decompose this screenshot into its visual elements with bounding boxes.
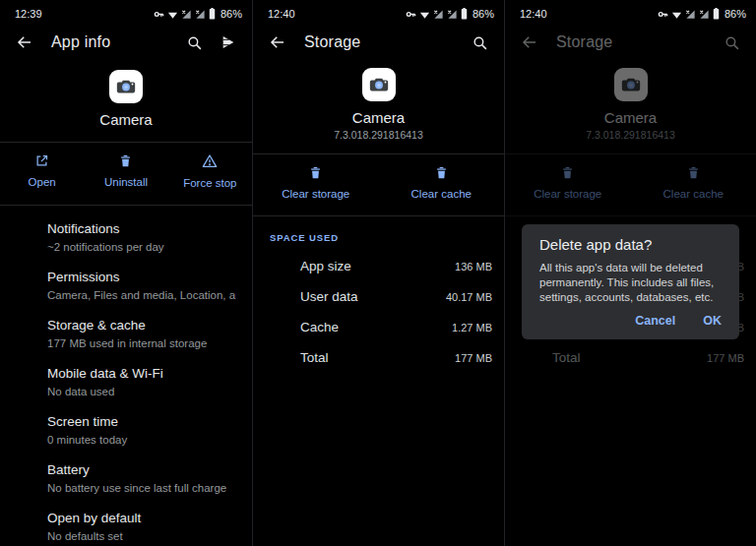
page-title: Storage xyxy=(304,33,472,51)
status-icons: 86% xyxy=(658,8,746,20)
battery-icon xyxy=(461,8,468,20)
uninstall-button[interactable]: Uninstall xyxy=(84,153,167,189)
vpn-key-icon xyxy=(154,9,164,20)
clear-storage-button: Clear storage xyxy=(505,165,631,200)
list-item-mobile-data[interactable]: Mobile data & Wi-Fi No data used xyxy=(0,366,252,398)
app-bar: App info xyxy=(0,25,252,60)
battery-percent: 86% xyxy=(472,8,494,20)
action-label: Clear cache xyxy=(379,188,505,200)
open-button[interactable]: Open xyxy=(0,153,84,189)
wifi-icon xyxy=(671,9,682,20)
camera-app-icon xyxy=(109,70,143,103)
dialog-buttons: Cancel OK xyxy=(539,314,722,330)
back-icon[interactable] xyxy=(269,32,288,52)
trash-icon xyxy=(560,166,575,183)
ok-button[interactable]: OK xyxy=(703,314,722,328)
screen-app-info: 12:39 86% App info Camera xyxy=(0,0,252,546)
vpn-key-icon xyxy=(658,9,668,20)
battery-icon xyxy=(209,8,216,20)
status-icons: 86% xyxy=(406,8,494,20)
three-screen-montage: 12:39 86% App info Camera xyxy=(0,0,756,546)
cell-signal-x-icon xyxy=(433,9,444,20)
app-name: Camera xyxy=(0,111,252,128)
app-bar: Storage xyxy=(253,25,504,60)
delete-app-data-dialog: Delete app data? All this app's data wil… xyxy=(522,224,739,339)
cancel-button[interactable]: Cancel xyxy=(635,314,675,328)
vpn-key-icon xyxy=(406,9,416,20)
search-icon[interactable] xyxy=(186,34,203,51)
list-item-storage-cache[interactable]: Storage & cache 177 MB used in internal … xyxy=(0,318,252,350)
camera-app-icon xyxy=(614,68,648,101)
list-item-battery[interactable]: Battery No battery use since last full c… xyxy=(0,462,252,495)
page-title: App info xyxy=(51,33,186,51)
search-icon[interactable] xyxy=(472,34,488,51)
list-item-screen-time[interactable]: Screen time 0 minutes today xyxy=(0,414,252,447)
app-version: 7.3.018.291816413 xyxy=(505,129,756,141)
app-hero: Camera 7.3.018.291816413 xyxy=(505,68,756,153)
app-name: Camera xyxy=(253,109,504,126)
table-row-user-data: User data 40.17 MB xyxy=(253,281,504,312)
screen-storage: 12:40 86% Storage Camera 7.3.018.2918164 xyxy=(252,0,504,546)
app-version: 7.3.018.291816413 xyxy=(253,129,504,141)
page-title: Storage xyxy=(556,33,724,51)
app-hero: Camera xyxy=(0,70,252,142)
app-name: Camera xyxy=(505,109,756,126)
clear-cache-button: Clear cache xyxy=(631,165,756,200)
battery-icon xyxy=(713,8,720,20)
status-icons: 86% xyxy=(154,8,242,20)
space-used-table: App size 136 MB User data 40.17 MB Cache… xyxy=(253,251,504,373)
cell-signal-x-icon xyxy=(195,9,206,20)
action-label: Clear storage xyxy=(253,188,379,200)
list-item-notifications[interactable]: Notifications ~2 notifications per day xyxy=(0,221,252,254)
status-bar: 12:40 86% xyxy=(505,0,756,25)
status-time: 12:39 xyxy=(15,8,42,20)
play-store-icon[interactable] xyxy=(220,34,236,50)
clear-storage-button[interactable]: Clear storage xyxy=(253,165,379,200)
action-label: Force stop xyxy=(168,177,252,189)
cell-signal-x-icon xyxy=(181,9,192,20)
app-bar: Storage xyxy=(505,25,756,60)
cell-signal-x-icon xyxy=(699,9,710,20)
list-item-permissions[interactable]: Permissions Camera, Files and media, Loc… xyxy=(0,270,252,302)
storage-action-row: Clear storage Clear cache xyxy=(505,154,756,215)
list-item-open-by-default[interactable]: Open by default No defaults set xyxy=(0,511,252,543)
app-info-list: Notifications ~2 notifications per day P… xyxy=(0,206,252,543)
table-row-total: Total 177 MB xyxy=(505,342,756,373)
battery-percent: 86% xyxy=(724,8,746,20)
status-bar: 12:40 86% xyxy=(253,0,504,25)
trash-icon xyxy=(118,154,133,171)
warning-triangle-icon xyxy=(202,155,218,172)
wifi-icon xyxy=(419,9,430,20)
dialog-title: Delete app data? xyxy=(539,236,722,254)
table-row-cache: Cache 1.27 MB xyxy=(253,312,504,342)
action-label: Clear storage xyxy=(505,188,631,200)
action-label: Open xyxy=(0,176,84,188)
storage-action-row: Clear storage Clear cache xyxy=(253,154,504,215)
cell-signal-x-icon xyxy=(447,9,458,20)
action-label: Clear cache xyxy=(631,188,756,200)
action-label: Uninstall xyxy=(84,176,167,188)
status-time: 12:40 xyxy=(268,8,295,20)
trash-icon xyxy=(308,166,323,183)
camera-app-icon xyxy=(362,68,396,101)
clear-cache-button[interactable]: Clear cache xyxy=(379,165,505,200)
dialog-body: All this app's data will be deleted perm… xyxy=(539,261,722,305)
back-icon xyxy=(521,32,540,52)
status-bar: 12:39 86% xyxy=(0,0,252,25)
table-row-total: Total 177 MB xyxy=(253,342,504,373)
wifi-icon xyxy=(167,9,178,20)
battery-percent: 86% xyxy=(220,8,242,20)
search-icon xyxy=(724,34,740,51)
force-stop-button[interactable]: Force stop xyxy=(168,153,252,189)
cell-signal-x-icon xyxy=(685,9,696,20)
trash-icon xyxy=(434,166,449,183)
open-in-new-icon xyxy=(34,154,49,171)
trash-icon xyxy=(686,166,701,183)
app-action-row: Open Uninstall Force stop xyxy=(0,143,252,205)
section-header-space-used: SPACE USED xyxy=(253,216,504,251)
status-time: 12:40 xyxy=(520,8,547,20)
table-row-app-size: App size 136 MB xyxy=(253,251,504,281)
app-hero: Camera 7.3.018.291816413 xyxy=(253,68,504,153)
screen-storage-dialog: 12:40 86% Storage xyxy=(504,0,756,546)
back-icon[interactable] xyxy=(16,32,35,52)
